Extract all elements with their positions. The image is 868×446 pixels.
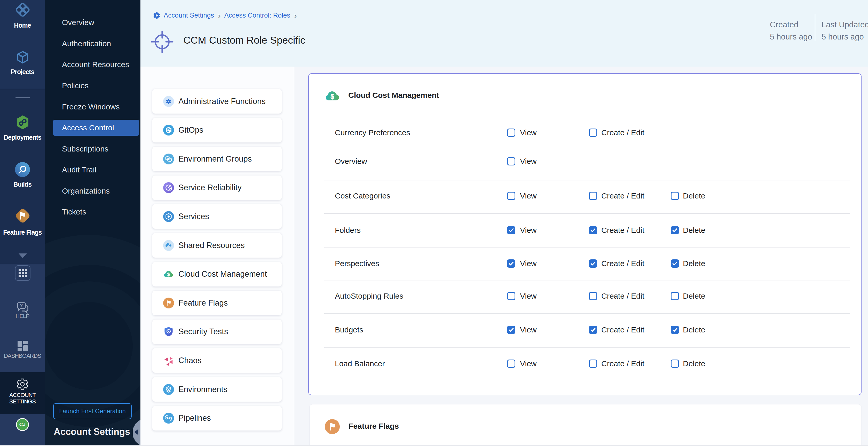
svg-text:$: $ (167, 272, 170, 277)
svg-text:?: ? (20, 303, 23, 308)
svg-text:$: $ (331, 93, 334, 100)
